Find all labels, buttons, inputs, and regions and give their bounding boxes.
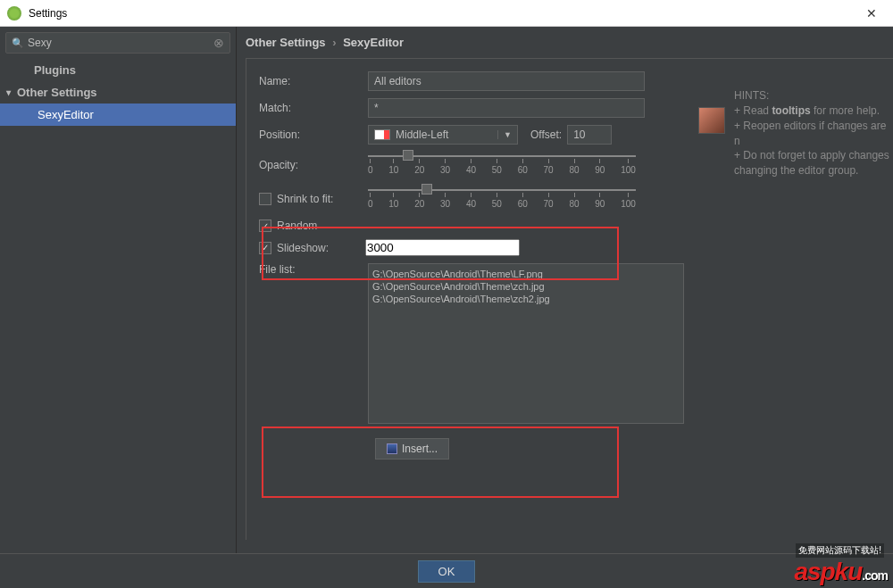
insert-icon	[387, 443, 397, 454]
insert-button[interactable]: Insert...	[375, 438, 449, 460]
ok-button[interactable]: OK	[418, 560, 476, 583]
hint-line: + Read tooltips for more help.	[734, 104, 893, 119]
breadcrumb-current: SexyEditor	[343, 36, 404, 49]
insert-label: Insert...	[402, 443, 438, 455]
name-label: Name:	[259, 75, 368, 87]
row-name: Name:	[259, 71, 893, 91]
offset-label: Offset:	[530, 128, 562, 141]
position-label: Position:	[259, 128, 368, 141]
chevron-down-icon: ▼	[497, 130, 512, 139]
slider-ticks: 0102030405060708090100	[368, 159, 636, 175]
list-item[interactable]: G:\OpenSource\Android\Theme\zch.jpg	[372, 280, 680, 293]
breadcrumb-parent: Other Settings	[246, 36, 326, 49]
watermark-subtitle: 免费网站源码下载站!	[796, 543, 884, 558]
filelist-label: File list:	[259, 263, 368, 276]
position-value: Middle-Left	[396, 128, 448, 141]
row-filelist: File list: G:\OpenSource\Android\Theme\L…	[259, 263, 893, 424]
close-icon[interactable]: ✕	[857, 4, 886, 22]
hint-line: + Reopen editors if changes are n	[734, 119, 893, 149]
name-input[interactable]	[368, 71, 645, 91]
position-dropdown[interactable]: Middle-Left ▼	[368, 125, 518, 145]
search-icon: 🔍	[12, 37, 24, 49]
slider-ticks: 0102030405060708090100	[368, 193, 636, 209]
list-item[interactable]: G:\OpenSource\Android\Theme\zch2.jpg	[372, 293, 680, 305]
random-label: Random	[277, 219, 317, 232]
hints-avatar-icon	[698, 107, 725, 134]
breadcrumb-sep: ›	[332, 36, 336, 49]
match-input[interactable]	[368, 98, 645, 118]
position-swatch-icon	[374, 129, 390, 140]
search-input[interactable]	[28, 37, 213, 49]
row-shrink: Shrink to fit: 0102030405060708090100	[259, 186, 893, 212]
slideshow-input[interactable]	[365, 239, 520, 256]
bottom-bar: OK	[0, 553, 893, 588]
random-checkbox[interactable]: ✓	[259, 219, 271, 232]
slideshow-label: Slideshow:	[277, 242, 365, 254]
row-random: ✓ Random	[259, 219, 893, 232]
title-bar: Settings ✕	[0, 0, 893, 27]
match-label: Match:	[259, 102, 368, 114]
hints-title: HINTS:	[734, 89, 893, 102]
hint-line: + Do not forget to apply changes	[734, 148, 893, 163]
sidebar-item-plugins[interactable]: Plugins	[0, 59, 236, 81]
row-slideshow: ✓ Slideshow:	[259, 239, 893, 256]
main-panel: Other Settings › SexyEditor Name: Match:…	[237, 27, 893, 553]
file-list[interactable]: G:\OpenSource\Android\Theme\LF.png G:\Op…	[368, 263, 684, 424]
hints-panel: HINTS: + Read tooltips for more help. + …	[698, 89, 893, 178]
window-title: Settings	[29, 7, 857, 20]
hint-line: changing the editor group.	[734, 163, 893, 178]
shrink-slider[interactable]: 0102030405060708090100	[368, 186, 636, 212]
clear-icon[interactable]: ⊗	[213, 36, 224, 50]
opacity-slider[interactable]: 0102030405060708090100	[368, 152, 636, 178]
shrink-checkbox[interactable]	[259, 193, 271, 205]
sidebar-item-sexyeditor[interactable]: SexyEditor	[0, 104, 236, 126]
search-field[interactable]: 🔍 ⊗	[5, 32, 230, 54]
opacity-label: Opacity:	[259, 159, 368, 171]
sidebar: 🔍 ⊗ Plugins Other Settings SexyEditor	[0, 27, 237, 553]
shrink-label: Shrink to fit:	[277, 193, 333, 205]
offset-input[interactable]	[567, 125, 612, 145]
app-icon	[7, 6, 21, 21]
slideshow-checkbox[interactable]: ✓	[259, 242, 271, 254]
watermark: aspku.com	[794, 558, 888, 586]
sidebar-item-other-settings[interactable]: Other Settings	[0, 81, 236, 104]
breadcrumb: Other Settings › SexyEditor	[246, 36, 893, 49]
list-item[interactable]: G:\OpenSource\Android\Theme\LF.png	[372, 268, 680, 280]
